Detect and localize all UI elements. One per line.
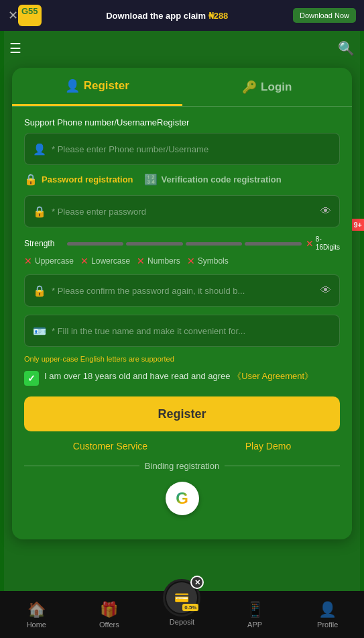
banner-close-icon[interactable]: ✕	[8, 8, 18, 23]
nav-deposit[interactable]: 💳 ✕ 0.5% Deposit	[145, 591, 219, 638]
tab-login-label: Login	[261, 81, 292, 94]
deposit-inner: 💳 ✕ 0.5%	[166, 582, 197, 613]
req-uppercase-icon: ✕	[24, 256, 32, 266]
customer-service-link[interactable]: Customer Service	[73, 441, 147, 451]
binding-registration-row: Binding registration	[24, 461, 340, 471]
strength-bar-4	[245, 242, 301, 246]
google-icon: G	[176, 489, 188, 508]
req-lowercase-label: Lowercase	[91, 256, 130, 266]
confirm-password-field-icon: 🔒	[33, 284, 46, 297]
req-symbols: ✕ Symbols	[187, 256, 229, 266]
main-area: ☰ 🔍 9+ 👤 Register 🔑 Login Support Phone …	[0, 31, 364, 608]
req-uppercase: ✕ Uppercase	[24, 256, 74, 266]
tab-register[interactable]: 👤 Register	[12, 68, 182, 106]
binding-line-right	[225, 466, 340, 466]
nav-app-label: APP	[247, 621, 262, 629]
deposit-icon: 💳	[174, 590, 189, 605]
warning-text: Only upper-case English letters are supp…	[24, 355, 340, 363]
deposit-circle: 💳 ✕ 0.5%	[163, 579, 200, 617]
register-tab-icon: 👤	[65, 78, 80, 93]
nav-profile-label: Profile	[317, 621, 338, 629]
phone-label: Support Phone number/UsernameRegister	[24, 117, 340, 127]
real-name-field-icon: 🪪	[33, 325, 46, 337]
toggle-confirm-password-icon[interactable]: 👁	[320, 284, 331, 297]
nav-home[interactable]: 🏠 Home	[0, 591, 73, 638]
nav-home-label: Home	[27, 621, 46, 629]
real-name-input[interactable]	[52, 326, 331, 336]
deposit-close-icon: ✕	[190, 576, 204, 589]
offers-icon: 🎁	[100, 601, 118, 619]
app-icon: 📱	[246, 601, 264, 619]
nav-deposit-label: Deposit	[170, 618, 194, 626]
password-input-wrapper: 🔒 👁	[24, 195, 340, 227]
tab-register-label: Register	[84, 79, 129, 93]
password-strength-row: Strength ✕ 8-16Digits	[24, 235, 340, 252]
password-reg-label: Password registration	[42, 174, 133, 184]
terms-text: I am over 18 years old and have read and…	[44, 370, 313, 383]
registration-type-selector: 🔒 Password registration 🔢 Verification c…	[24, 173, 340, 186]
real-name-input-wrapper: 🪪	[24, 315, 340, 347]
auth-tabs: 👤 Register 🔑 Login	[12, 68, 352, 107]
binding-registration-text: Binding registration	[145, 461, 219, 471]
password-field-icon: 🔒	[33, 205, 46, 218]
strength-error-icon: ✕	[306, 238, 314, 249]
confirm-password-input-wrapper: 🔒 👁	[24, 274, 340, 307]
req-lowercase-icon: ✕	[80, 256, 88, 266]
req-symbols-label: Symbols	[198, 256, 229, 266]
google-login-area: G	[24, 482, 340, 515]
home-icon: 🏠	[27, 601, 46, 619]
strength-end: ✕ 8-16Digits	[306, 235, 340, 252]
profile-icon: 👤	[318, 601, 337, 619]
register-button[interactable]: Register	[24, 396, 340, 431]
nav-offers[interactable]: 🎁 Offers	[73, 591, 146, 638]
lock-icon: 🔒	[24, 173, 38, 186]
strength-digits: 8-16Digits	[316, 235, 340, 252]
req-numbers-label: Numbers	[147, 256, 180, 266]
user-agreement-link[interactable]: 《User Agreement》	[233, 371, 313, 381]
checkbox-check-icon: ✓	[27, 373, 36, 384]
req-uppercase-label: Uppercase	[35, 256, 74, 266]
strength-bar-1	[67, 242, 123, 246]
nav-profile[interactable]: 👤 Profile	[291, 591, 364, 638]
nav-offers-label: Offers	[99, 621, 119, 629]
google-login-button[interactable]: G	[166, 482, 199, 515]
strength-bar-3	[186, 242, 242, 246]
strength-label: Strength	[24, 239, 63, 248]
req-symbols-icon: ✕	[187, 256, 195, 266]
bottom-navigation: 🏠 Home 🎁 Offers 💳 ✕ 0.5% Deposit 📱 APP 👤…	[0, 591, 364, 638]
download-button[interactable]: Download Now	[293, 8, 356, 23]
toggle-password-icon[interactable]: 👁	[320, 205, 331, 217]
binding-line-left	[24, 466, 139, 466]
top-banner: ✕ G55 bet Download the app claim ₦288 Do…	[0, 0, 364, 31]
register-form: Support Phone number/UsernameRegister 👤 …	[12, 107, 352, 526]
confirm-password-input[interactable]	[52, 286, 320, 296]
code-reg-label: Verification code registration	[162, 174, 282, 184]
deposit-percent-badge: 0.5%	[182, 604, 198, 611]
banner-text: Download the app claim ₦288	[42, 11, 293, 21]
terms-checkbox[interactable]: ✓	[24, 371, 39, 386]
req-numbers: ✕ Numbers	[137, 256, 180, 266]
strength-bar-2	[126, 242, 182, 246]
phone-input-wrapper: 👤	[24, 133, 340, 165]
auth-modal: 👤 Register 🔑 Login Support Phone number/…	[12, 68, 352, 539]
number-icon: 🔢	[144, 173, 158, 186]
login-tab-icon: 🔑	[242, 80, 257, 95]
phone-input[interactable]	[52, 144, 331, 154]
search-icon[interactable]: 🔍	[338, 40, 355, 56]
req-lowercase: ✕ Lowercase	[80, 256, 130, 266]
password-requirements: ✕ Uppercase ✕ Lowercase ✕ Numbers ✕ Symb…	[24, 256, 340, 266]
banner-logo: G55 bet	[18, 5, 42, 26]
phone-field-icon: 👤	[33, 143, 46, 156]
terms-checkbox-row: ✓ I am over 18 years old and have read a…	[24, 370, 340, 386]
password-reg-type[interactable]: 🔒 Password registration	[24, 173, 133, 186]
req-numbers-icon: ✕	[137, 256, 145, 266]
menu-icon[interactable]: ☰	[9, 40, 21, 56]
notification-badge: 9+	[350, 219, 364, 231]
code-reg-type[interactable]: 🔢 Verification code registration	[144, 173, 282, 186]
play-demo-link[interactable]: Play Demo	[245, 441, 291, 451]
strength-bars	[67, 242, 302, 246]
nav-app[interactable]: 📱 APP	[219, 591, 292, 638]
password-input[interactable]	[52, 207, 320, 217]
bottom-links: Customer Service Play Demo	[24, 441, 340, 451]
tab-login[interactable]: 🔑 Login	[182, 68, 353, 106]
